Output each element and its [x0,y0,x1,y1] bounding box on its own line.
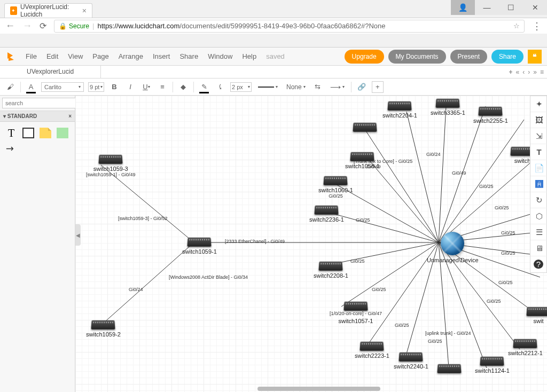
fill-color-button[interactable]: ◆ [177,81,189,93]
swap-arrows-icon[interactable]: ⇆ [312,81,324,93]
close-tab-icon[interactable]: × [82,6,87,15]
switch-node[interactable]: switch2208-1 [314,261,348,279]
horizontal-scrollbar[interactable] [257,387,380,391]
arrow-start-select[interactable]: None▾ [284,82,308,92]
nav-back-icon[interactable]: ← [5,20,15,32]
navigator-icon[interactable]: ✦ [530,96,547,112]
doc-tab-nav: + « ‹ › » ≡ [509,66,544,79]
tab-list-icon[interactable]: ≡ [540,68,544,76]
switch-node[interactable]: switch2204-1 [382,101,417,119]
browser-menu-icon[interactable]: ⋮ [532,20,542,32]
minimize-button[interactable]: — [475,0,499,15]
align-button[interactable]: ≡ [157,81,168,93]
tab-title: UVexplorerLucid: Lucidch [20,3,79,18]
paint-format-icon[interactable]: 🖌 [4,81,16,93]
add-icon[interactable]: + [372,81,384,93]
reload-icon[interactable]: ⟳ [40,21,46,31]
switch-node[interactable]: [1/0/20-on-core] - Gi0/47switch1057-1 [330,301,382,324]
text-shape[interactable]: T [4,126,18,140]
menu-page[interactable]: Page [92,52,108,60]
right-dock: ✦ 🖼 ⇲ T 📄 🅰 ↻ ⬡ ☰ 🖥 ? [530,96,547,273]
switch-node[interactable]: swit [527,307,547,324]
bookmark-star-icon[interactable]: ☆ [513,22,520,30]
switch-node[interactable] [353,122,377,132]
search-input[interactable] [2,98,82,108]
line-shape[interactable]: ↗ [4,143,18,157]
font-select[interactable]: Carlito▾ [41,82,84,92]
maximize-button[interactable]: ☐ [499,0,523,15]
edge-label: Gi0/49 [452,170,466,176]
url-input[interactable]: 🔒 Secure | https://www.lucidchart.com/do… [54,20,525,33]
menu-edit[interactable]: Edit [46,52,58,60]
notes-icon[interactable]: ❝ [528,50,542,64]
switch-node[interactable]: switch1124-1 [475,356,510,374]
menu-view[interactable]: View [68,52,83,60]
hotspot-shape[interactable] [56,126,69,140]
switch-node[interactable]: switch1060-1Gi0/25 [318,176,353,199]
italic-button[interactable]: I [124,81,136,93]
next-tab-icon[interactable]: › [528,68,530,76]
my-documents-button[interactable]: My Documents [388,50,446,64]
line-color-button[interactable]: ✎ [198,81,210,93]
presentation-icon[interactable]: 🖥 [530,240,547,256]
switch-node[interactable] [437,364,461,373]
browser-tab[interactable]: ✦ UVexplorerLucid: Lucidch × [4,3,92,18]
theme-icon[interactable]: 🅰 [530,176,547,192]
first-tab-icon[interactable]: « [516,68,520,76]
line-width-input[interactable]: 2 px▾ [230,82,252,92]
last-tab-icon[interactable]: » [533,68,537,76]
underline-button[interactable]: U ▾ [140,81,152,93]
history-icon[interactable]: ↻ [530,192,547,208]
page-size-icon[interactable]: ⇲ [530,128,547,144]
switch-node[interactable]: switch2236-1 [309,205,344,223]
user-icon[interactable]: 👤 [451,0,475,15]
text-color-button[interactable]: A [25,81,37,93]
image-icon[interactable]: 🖼 [530,112,547,128]
edge-label: Gi0/24 [129,287,143,292]
close-window-button[interactable]: ✕ [523,0,547,15]
collapse-panel-handle[interactable]: ◀ [75,224,81,246]
switch-node[interactable]: switch2223-1 [355,341,389,359]
menu-insert[interactable]: Insert [153,52,170,60]
menu-file[interactable]: File [26,52,37,60]
lucid-logo-icon[interactable] [5,51,16,62]
menu-arrange[interactable]: Arrange [119,52,143,60]
upgrade-button[interactable]: Upgrade [345,50,384,64]
font-size-input[interactable]: 9 pt▾ [88,82,104,92]
close-panel-icon[interactable]: × [68,113,72,119]
doc-tab[interactable]: UVexplorerLucid [0,66,101,78]
edge-label: [uplink trunk] - Gi0/24 [425,331,471,336]
switch-node[interactable]: switch1059-3 [switch1059-1] - Gi0/49 [86,154,136,177]
line-style-select[interactable]: ▾ [256,83,280,90]
layers-icon[interactable]: ☰ [530,224,547,240]
link-icon[interactable]: 🔗 [356,81,368,93]
add-tab-icon[interactable]: + [509,68,513,76]
switch-node[interactable]: switch1059-1 [182,237,217,255]
bold-button[interactable]: B [108,81,120,93]
switch-node[interactable]: switch2212-1 [508,339,543,356]
canvas[interactable]: switch1059-3 [switch1059-1] - Gi0/49 swi… [75,96,547,392]
globe-icon [441,232,464,255]
center-device-node[interactable]: Unmanaged\Device [427,232,479,263]
switch-node[interactable]: switch2255-1 [473,106,508,124]
rectangle-shape[interactable] [21,126,35,140]
page-icon[interactable]: 📄 [530,160,547,176]
prev-tab-icon[interactable]: ‹ [522,68,525,76]
line-shape-button[interactable]: ⤹ [214,81,226,93]
standard-shapes-header[interactable]: ▾ STANDARD × [0,111,75,122]
menu-share[interactable]: Share [179,52,198,60]
switch-node[interactable]: switch2240-1 [394,352,428,370]
arrow-end-select[interactable]: ⟶▾ [328,82,347,92]
present-button[interactable]: Present [450,50,487,64]
nav-forward-icon[interactable]: → [22,20,32,32]
switch-node[interactable]: switch1059-2 [86,320,121,338]
note-shape[interactable] [38,126,52,140]
share-button[interactable]: Share [491,50,523,64]
switch-node[interactable]: switch3365-1 [431,98,465,116]
help-icon[interactable]: ? [534,260,543,269]
doc-tab-bar: UVexplorerLucid + « ‹ › » ≡ [0,66,547,79]
menu-window[interactable]: Window [208,52,232,60]
menu-help[interactable]: Help [242,52,256,60]
text-tool-icon[interactable]: T [530,144,547,160]
component-icon[interactable]: ⬡ [530,208,547,224]
